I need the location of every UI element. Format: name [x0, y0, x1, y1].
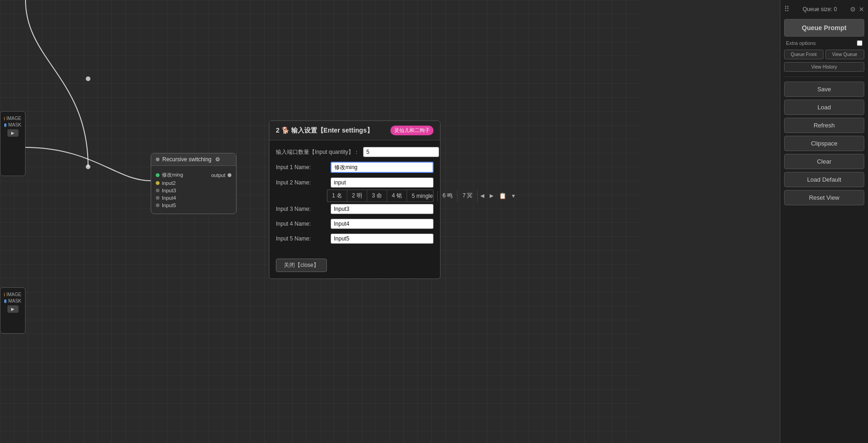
- dialog-field-row-0: Input 1 Name:: [276, 162, 434, 173]
- dialog-field-row-2: Input 3 Name:: [276, 204, 434, 214]
- play-button-top[interactable]: ▶: [7, 129, 19, 137]
- port-dot-image-bottom: [4, 293, 5, 297]
- port-label-image-top: IMAGE: [6, 116, 21, 121]
- node-status-indicator: [156, 158, 160, 161]
- dialog-quantity-row: 输入端口数量【Input quantity】：: [276, 147, 434, 157]
- dialog-footer: 关闭【close】: [269, 255, 440, 278]
- port-label-2: Input3: [162, 188, 176, 193]
- refresh-button[interactable]: Refresh: [784, 118, 864, 133]
- queue-prompt-button[interactable]: Queue Prompt: [784, 19, 864, 37]
- dialog-field-label-2: Input 3 Name:: [276, 206, 327, 212]
- node-port-left-3: Input4: [156, 195, 176, 201]
- sidebar-header: ⠿ Queue size: 0 ⚙ ✕: [784, 5, 864, 13]
- node-port-row-2: Input3: [156, 188, 231, 193]
- port-label-mask-top: MASK: [8, 122, 21, 127]
- port-mask-top: MASK: [4, 122, 21, 127]
- enter-settings-dialog: 2 🐕 输入设置【Enter settings】 灵仙儿和二狗子 输入端口数量【…: [269, 120, 440, 279]
- dialog-field-label-0: Input 1 Name:: [276, 164, 327, 171]
- port-image-bottom: IMAGE: [4, 292, 21, 297]
- autocomplete-item-6[interactable]: 7 冥: [458, 190, 478, 202]
- node-port-left-4: Input5: [156, 203, 176, 208]
- extra-options-checkbox[interactable]: [857, 40, 862, 46]
- port-label-mask-bottom: MASK: [8, 298, 21, 304]
- dialog-body: 输入端口数量【Input quantity】： Input 1 Name: In…: [269, 140, 440, 255]
- autocomplete-item-3[interactable]: 4 铭: [387, 190, 407, 202]
- port-dot-image-top: [4, 117, 5, 120]
- node-port-row-3: Input4: [156, 195, 231, 201]
- autocomplete-next[interactable]: ▶: [487, 191, 496, 201]
- port-dot-4: [156, 203, 160, 207]
- right-sidebar: ⠿ Queue size: 0 ⚙ ✕ Queue Prompt Extra o…: [780, 0, 868, 443]
- port-dot-mask-top: [4, 123, 6, 127]
- port-label-0: 修改ming: [162, 171, 183, 178]
- sidebar-close-icon[interactable]: ✕: [859, 6, 864, 13]
- dialog-field-row-4: Input 5 Name:: [276, 234, 434, 244]
- dialog-field-row-1: Input 2 Name:: [276, 177, 434, 188]
- reset-view-button[interactable]: Reset View: [784, 190, 864, 205]
- autocomplete-copy[interactable]: 📋: [496, 190, 509, 201]
- dialog-badge: 灵仙儿和二狗子: [390, 126, 434, 135]
- port-label-1: input2: [162, 180, 176, 186]
- node-left-top: IMAGE MASK ▶: [0, 111, 26, 176]
- node-port-row-0: 修改ming output: [156, 171, 231, 178]
- node-port-row-4: Input5: [156, 203, 231, 208]
- save-button[interactable]: Save: [784, 82, 864, 97]
- sidebar-drag-icon: ⠿: [784, 5, 790, 13]
- load-default-button[interactable]: Load Default: [784, 172, 864, 187]
- autocomplete-item-5[interactable]: 6 鸣: [438, 190, 458, 202]
- dialog-field-row-3: Input 4 Name:: [276, 219, 434, 229]
- dialog-field-input-2[interactable]: [331, 204, 434, 214]
- autocomplete-item-1[interactable]: 2 明: [347, 190, 367, 202]
- dialog-field-input-3[interactable]: [331, 219, 434, 229]
- node-recursive-switching[interactable]: Recursive switching ⚙ 修改ming output inpu…: [151, 153, 236, 214]
- autocomplete-item-0[interactable]: 1 名: [327, 190, 347, 202]
- view-history-button[interactable]: View History: [784, 62, 864, 72]
- dialog-field-input-0[interactable]: [331, 162, 434, 173]
- dialog-field-label-1: Input 2 Name:: [276, 179, 327, 186]
- node-port-left-0: 修改ming: [156, 171, 183, 178]
- node-recursive-header: Recursive switching ⚙: [151, 153, 236, 166]
- sidebar-separator-1: [784, 76, 864, 77]
- node-port-left-1: input2: [156, 180, 176, 186]
- autocomplete-prev[interactable]: ◀: [478, 191, 487, 201]
- port-label-3: Input4: [162, 195, 176, 201]
- autocomplete-expand[interactable]: ▾: [509, 190, 518, 201]
- port-dot-0: [156, 173, 160, 177]
- dialog-quantity-input[interactable]: [363, 147, 439, 157]
- queue-front-tab[interactable]: Queue Front: [784, 50, 823, 59]
- port-output-label: output: [211, 172, 225, 178]
- clear-button[interactable]: Clear: [784, 154, 864, 169]
- dialog-field-input-4[interactable]: [331, 234, 434, 244]
- dialog-field-label-4: Input 5 Name:: [276, 235, 327, 242]
- extra-options-row: Extra options: [784, 39, 864, 47]
- dialog-field-input-1[interactable]: [331, 177, 434, 188]
- play-button-bottom[interactable]: ▶: [7, 305, 19, 313]
- autocomplete-item-2[interactable]: 3 命: [367, 190, 387, 202]
- sidebar-header-icons: ⚙ ✕: [850, 6, 864, 13]
- dialog-field-label-3: Input 4 Name:: [276, 221, 327, 227]
- queue-size-label: Queue size: 0: [803, 6, 837, 13]
- port-dot-2: [156, 189, 160, 192]
- node-recursive-body: 修改ming output input2 Input3 Input4: [151, 166, 236, 214]
- autocomplete-item-4[interactable]: 5 mingle: [407, 191, 438, 201]
- port-label-4: Input5: [162, 203, 176, 208]
- node-recursive-title: Recursive switching: [162, 156, 211, 163]
- clipspace-button[interactable]: Clipspace: [784, 136, 864, 151]
- load-button[interactable]: Load: [784, 100, 864, 115]
- view-queue-tab[interactable]: View Queue: [825, 50, 865, 59]
- node-port-row-1: input2: [156, 180, 231, 186]
- sidebar-gear-icon[interactable]: ⚙: [850, 6, 856, 13]
- queue-tabs: Queue Front View Queue: [784, 50, 864, 59]
- dialog-close-button[interactable]: 关闭【close】: [276, 259, 327, 272]
- port-dot-3: [156, 196, 160, 200]
- node-port-left-2: Input3: [156, 188, 176, 193]
- dialog-quantity-label: 输入端口数量【Input quantity】：: [276, 148, 359, 156]
- port-label-image-bottom: IMAGE: [6, 292, 21, 297]
- node-port-right-output: output: [211, 172, 231, 178]
- dialog-title: 2 🐕 输入设置【Enter settings】: [276, 127, 373, 135]
- dialog-header: 2 🐕 输入设置【Enter settings】 灵仙儿和二狗子: [269, 121, 440, 140]
- port-dot-mask-bottom: [4, 299, 6, 303]
- port-mask-bottom: MASK: [4, 298, 21, 304]
- port-dot-output: [228, 173, 231, 177]
- node-left-bottom: IMAGE MASK ▶: [0, 287, 26, 334]
